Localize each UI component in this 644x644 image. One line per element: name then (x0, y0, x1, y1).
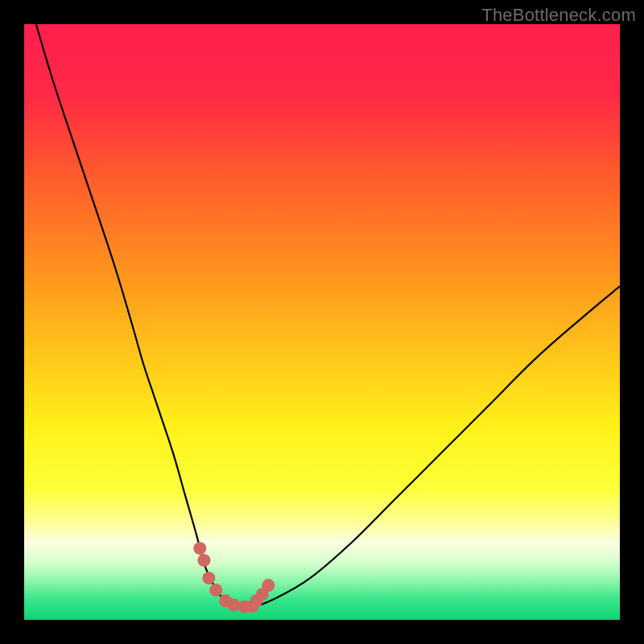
gradient-background (24, 24, 620, 620)
marker-point (209, 584, 222, 597)
marker-point (262, 579, 275, 592)
marker-point (202, 572, 215, 584)
marker-point (193, 542, 206, 555)
watermark-text: TheBottleneck.com (481, 5, 636, 26)
marker-point (227, 599, 240, 612)
chart-svg (24, 24, 620, 620)
marker-point (197, 554, 210, 567)
chart-canvas (24, 24, 620, 620)
outer-frame: TheBottleneck.com (0, 0, 644, 644)
